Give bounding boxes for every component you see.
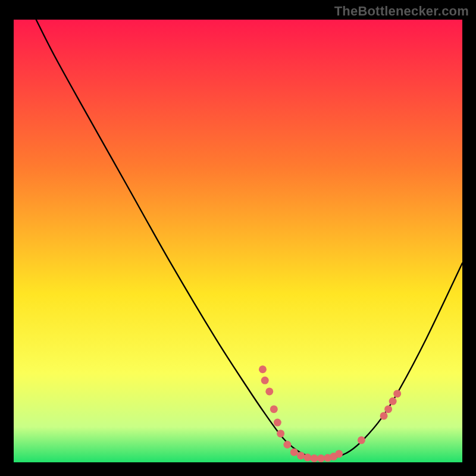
curve-marker [380, 412, 388, 419]
curve-marker [335, 450, 343, 458]
curve-marker [277, 430, 284, 437]
curve-marker [303, 453, 311, 461]
curve-marker [270, 405, 278, 413]
curve-marker [259, 365, 267, 373]
curve-marker [384, 405, 392, 413]
curve-marker [290, 448, 298, 456]
curve-marker [265, 387, 273, 395]
curve-marker [393, 390, 401, 397]
curve-marker [297, 452, 305, 459]
curve-marker [317, 455, 325, 462]
chart-stage: TheBottlenecker.com [0, 0, 476, 476]
curve-marker [274, 419, 281, 427]
curve-marker [283, 441, 291, 449]
plot-area [14, 20, 462, 462]
chart-svg [14, 20, 462, 462]
curve-marker [311, 455, 318, 462]
attribution-label: TheBottlenecker.com [334, 4, 469, 19]
curve-marker [261, 377, 269, 384]
curve-marker [358, 436, 365, 444]
curve-marker [389, 397, 397, 405]
